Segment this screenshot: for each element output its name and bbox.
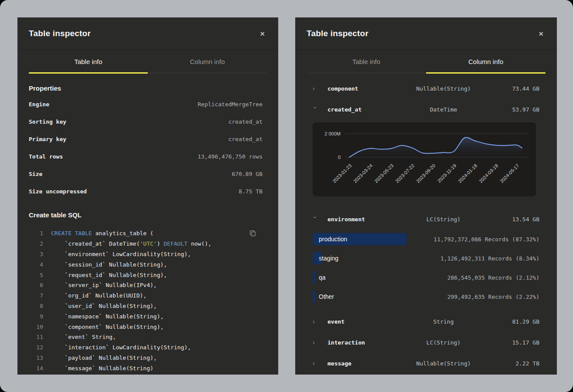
property-row: Sorting key created_at xyxy=(29,113,263,130)
column-name: interaction xyxy=(327,339,396,346)
sql-code-line: 1 CREATE TABLE analytics_table ( xyxy=(29,228,263,239)
column-row-environment[interactable]: › environment LC(String) 13.54 GB xyxy=(313,209,539,230)
line-number: 6 xyxy=(29,282,43,288)
close-icon[interactable]: ✕ xyxy=(258,29,267,39)
property-row: Engine ReplicatedMergeTree xyxy=(29,95,263,113)
chevron-right-icon[interactable]: › xyxy=(313,360,319,366)
sql-code-line: 14 `message` Nullable(String) xyxy=(29,363,263,373)
column-name: component xyxy=(327,85,396,92)
sql-code-line: 5 `request_id` Nullable(String), xyxy=(29,270,263,280)
line-code: `message` Nullable(String) xyxy=(51,365,153,372)
tab-bar: Table infoColumn info xyxy=(29,50,267,73)
column-size: 81.29 GB xyxy=(491,318,539,325)
line-number: 4 xyxy=(29,261,43,268)
property-label: Engine xyxy=(29,101,49,108)
properties-list: Engine ReplicatedMergeTree Sorting key c… xyxy=(29,95,263,200)
line-code: `environment` LowCardinality(String), xyxy=(51,251,191,257)
x-axis-tick-label: 2023-03-24 xyxy=(352,163,373,184)
bar-category-label: staging xyxy=(313,252,440,264)
line-number: 1 xyxy=(29,230,43,237)
sql-code-line: 6 `server_ip` Nullable(IPv4), xyxy=(29,280,263,291)
chevron-down-icon[interactable]: › xyxy=(312,216,318,223)
line-code: `session_id` Nullable(String), xyxy=(51,261,167,268)
tab-table-info[interactable]: Table info xyxy=(29,50,148,73)
tab-bar: Table infoColumn info xyxy=(307,50,546,73)
column-size: 53.97 GB xyxy=(491,106,539,113)
property-value: created_at xyxy=(229,136,263,142)
column-size: 15.17 GB xyxy=(491,339,539,346)
column-row-created_at[interactable]: › created_at DateTime 53.97 GB xyxy=(313,99,539,120)
chevron-right-icon[interactable]: › xyxy=(313,318,319,324)
line-code: `payload` Nullable(String), xyxy=(51,355,157,361)
chevron-down-icon[interactable]: › xyxy=(312,107,318,113)
environment-value-row-other: Other 299,492,635 Records (2.22%) xyxy=(313,287,539,306)
line-code: `event` String, xyxy=(51,334,116,340)
column-name: created_at xyxy=(327,106,396,113)
tab-column-info[interactable]: Column info xyxy=(426,50,546,73)
area-fill xyxy=(349,137,522,157)
bar-track: staging xyxy=(313,252,440,264)
chevron-right-icon[interactable]: › xyxy=(313,85,319,91)
sql-code-line: 10 `component` Nullable(String), xyxy=(29,321,263,332)
line-number: 3 xyxy=(29,251,43,257)
line-code: `org_id` Nullable(UUID), xyxy=(51,292,147,299)
property-label: Primary key xyxy=(29,136,66,142)
column-row-component[interactable]: › component Nullable(String) 73.44 GB xyxy=(313,78,539,99)
column-type: Nullable(String) xyxy=(396,360,491,367)
sql-code-line: 13 `payload` Nullable(String), xyxy=(29,353,263,363)
line-number: 13 xyxy=(29,355,43,361)
property-label: Size xyxy=(29,171,42,177)
column-size: 73.44 GB xyxy=(491,85,539,92)
property-row: Total rows 13,496,476,750 rows xyxy=(29,148,263,165)
column-name: event xyxy=(327,318,396,325)
tab-column-info[interactable]: Column info xyxy=(148,50,267,73)
x-axis-tick-label: 2023-07-22 xyxy=(394,163,415,184)
sql-code-line: 12 `interaction` LowCardinality(String), xyxy=(29,342,263,353)
column-name: message xyxy=(327,360,396,367)
property-label: Size uncompressed xyxy=(29,188,87,195)
column-type: LC(String) xyxy=(396,216,491,223)
line-code: CREATE TABLE analytics_table ( xyxy=(51,230,153,237)
column-size: 2.22 TB xyxy=(491,360,539,367)
property-row: Size 670.89 GB xyxy=(29,165,263,182)
column-type: Nullable(String) xyxy=(396,85,491,92)
properties-section-title: Properties xyxy=(29,84,263,92)
column-type: String xyxy=(396,318,491,325)
property-label: Sorting key xyxy=(29,118,66,125)
column-row-event[interactable]: › event String 81.29 GB xyxy=(313,311,539,332)
x-axis-tick-label: 2024-05-17 xyxy=(499,163,520,184)
sql-code-line: 7 `org_id` Nullable(UUID), xyxy=(29,291,263,301)
property-value: 670.89 GB xyxy=(232,171,263,177)
line-code: `server_ip` Nullable(IPv4), xyxy=(51,282,157,288)
x-axis-tick-label: 2023-11-19 xyxy=(437,163,457,184)
line-number: 12 xyxy=(29,344,43,351)
column-row-message[interactable]: › message Nullable(String) 2.22 TB xyxy=(313,353,539,374)
line-number: 14 xyxy=(29,365,43,372)
line-number: 2 xyxy=(29,240,43,247)
column-row-interaction[interactable]: › interaction LC(String) 15.17 GB xyxy=(313,332,539,353)
tab-table-info[interactable]: Table info xyxy=(307,50,426,73)
x-axis-tick-label: 2023-05-23 xyxy=(373,163,394,184)
environment-value-row-staging: staging 1,126,492,311 Records (8.34%) xyxy=(313,249,539,268)
created-at-distribution-chart: 2 000M02023-01-232023-03-242023-05-23202… xyxy=(313,122,536,196)
bar-record-count: 286,545,035 Records (2.12%) xyxy=(447,274,539,281)
x-axis-tick-label: 2023-01-23 xyxy=(331,163,352,184)
property-label: Total rows xyxy=(29,153,63,160)
bar-track: production xyxy=(313,233,433,245)
column-type: DateTime xyxy=(396,106,491,113)
bar-track: qa xyxy=(313,271,447,284)
sql-code-line: 15 ) ENGINE = ReplicatedMergeTree('/clic… xyxy=(29,373,263,375)
screen-background: Table inspector ✕ Table infoColumn info … xyxy=(0,0,573,392)
bar-category-label: qa xyxy=(313,271,447,284)
line-number: 11 xyxy=(29,334,43,340)
property-value: ReplicatedMergeTree xyxy=(198,101,263,108)
sql-code-line: 9 `namespace` Nullable(String), xyxy=(29,311,263,321)
column-size: 13.54 GB xyxy=(491,216,539,223)
copy-icon[interactable] xyxy=(249,229,257,239)
chevron-right-icon[interactable]: › xyxy=(313,339,319,345)
environment-value-row-qa: qa 286,545,035 Records (2.12%) xyxy=(313,268,539,287)
dialog-title: Table inspector xyxy=(29,29,91,38)
column-name: environment xyxy=(327,216,396,223)
close-icon[interactable]: ✕ xyxy=(536,29,546,39)
sql-code-block: 1 CREATE TABLE analytics_table ( 2 `crea… xyxy=(29,228,263,375)
